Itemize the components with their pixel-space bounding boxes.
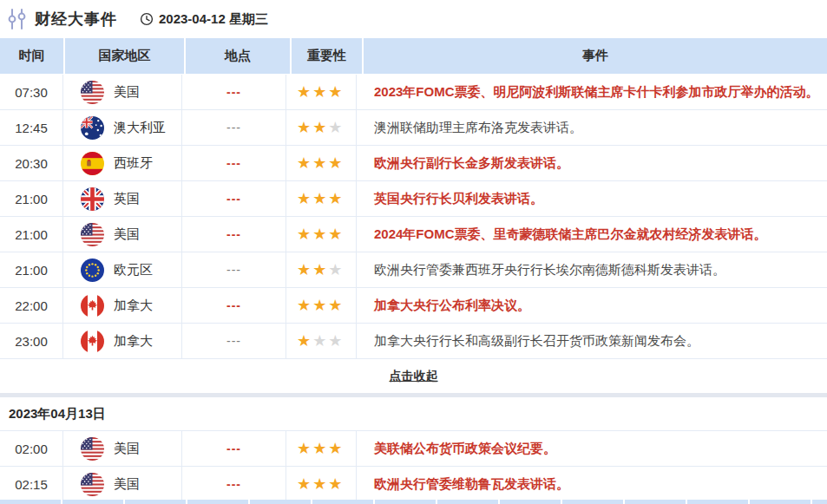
star-filled-icon: ★ [328,441,342,456]
country-label: 美国 [114,476,140,493]
star-filled-icon: ★ [312,476,326,492]
flag-us-icon [81,81,104,104]
flag-eu-icon [81,259,104,282]
event-time: 22:00 [0,288,63,323]
star-filled-icon: ★ [297,262,311,278]
table-row: 02:15 美国 --- ★★★ 欧洲央行管委维勒鲁瓦发表讲话。 [0,467,827,500]
country-cell: 美国 [63,467,182,500]
star-filled-icon: ★ [328,226,342,242]
star-filled-icon: ★ [312,191,326,206]
event-text: 澳洲联储助理主席布洛克发表讲话。 [357,110,827,145]
country-label: 英国 [114,191,140,207]
importance-stars: ★★★ [286,217,357,252]
event-time: 21:00 [0,252,63,287]
country-cell: 欧元区 [63,252,182,287]
country-cell: 澳大利亚 [63,110,182,145]
header-date: 2023-04-12 星期三 [159,11,268,28]
location-value: --- [182,75,286,109]
event-text: 加拿大央行行长和高级副行长召开货币政策新闻发布会。 [357,324,827,358]
star-empty-icon: ★ [312,333,326,349]
country-label: 加拿大 [114,333,153,350]
flag-us-icon [81,223,104,246]
location-value: --- [182,288,286,323]
table-row: 23:00 加拿大 --- ★★★ 加拿大央行行长和高级副行长召开货币政策新闻发… [0,324,827,359]
country-label: 澳大利亚 [114,120,166,136]
next-day-header: 2023年04月13日 [0,397,827,431]
importance-stars: ★★★ [286,431,357,466]
event-time: 21:00 [0,217,63,252]
col-header-importance: 重要性 [292,38,362,74]
flag-ca-icon [81,294,104,317]
star-filled-icon: ★ [297,441,311,456]
table-row: 21:00 英国 --- ★★★ 英国央行行长贝利发表讲话。 [0,181,827,217]
event-time: 12:45 [0,110,63,145]
star-filled-icon: ★ [328,84,342,100]
star-filled-icon: ★ [297,298,311,313]
importance-stars: ★★★ [286,110,357,145]
star-filled-icon: ★ [328,155,342,171]
importance-stars: ★★★ [286,146,357,180]
star-filled-icon: ★ [312,155,326,171]
star-filled-icon: ★ [312,84,326,100]
flag-au-icon [81,116,104,140]
location-value: --- [182,467,286,500]
event-time: 23:00 [0,324,63,358]
col-header-time: 时间 [0,38,63,74]
star-empty-icon: ★ [328,262,342,278]
event-text: 2024年FOMC票委、里奇蒙德联储主席巴尔金就农村经济发表讲话。 [357,217,827,252]
event-time: 02:15 [0,467,63,500]
table-row: 21:00 欧元区 --- ★★★ 欧洲央行管委兼西班牙央行行长埃尔南德斯德科斯… [0,252,827,288]
event-text: 欧洲央行管委兼西班牙央行行长埃尔南德斯德科斯发表讲话。 [357,252,827,287]
collapse-link[interactable]: 点击收起 [390,369,438,384]
location-value: --- [182,110,286,145]
star-filled-icon: ★ [312,298,326,313]
country-label: 欧元区 [114,262,153,278]
flag-gb-icon [81,187,104,211]
event-text: 2023年FOMC票委、明尼阿波利斯联储主席卡什卡利参加市政厅举办的活动。 [357,75,827,109]
star-filled-icon: ★ [328,298,342,313]
country-label: 西班牙 [114,155,153,172]
events-tbody-day1: 07:30 美国 --- ★★★ 2023年FOMC票委、明尼阿波利斯联储主席卡… [0,75,827,359]
event-time: 02:00 [0,431,63,466]
flag-ca-icon [81,330,104,353]
page-title: 财经大事件 [35,9,117,29]
table-row: 20:30 西班牙 --- ★★★ 欧洲央行副行长金多斯发表讲话。 [0,146,827,181]
country-label: 加拿大 [114,298,153,314]
country-label: 美国 [114,226,140,243]
table-row: 22:00 加拿大 --- ★★★ 加拿大央行公布利率决议。 [0,288,827,324]
star-filled-icon: ★ [312,441,326,456]
country-cell: 西班牙 [63,146,182,180]
events-tbody-day2: 02:00 美国 --- ★★★ 美联储公布货币政策会议纪要。 02:15 美国… [0,431,827,500]
col-header-location: 地点 [186,38,290,74]
table-row: 02:00 美国 --- ★★★ 美联储公布货币政策会议纪要。 [0,431,827,467]
col-header-country: 国家地区 [65,38,184,74]
country-cell: 英国 [63,181,182,216]
event-time: 20:30 [0,146,63,180]
importance-stars: ★★★ [286,75,357,109]
star-filled-icon: ★ [297,155,311,171]
location-value: --- [182,217,286,252]
star-filled-icon: ★ [328,476,342,492]
country-cell: 美国 [63,75,182,109]
event-text: 英国央行行长贝利发表讲话。 [357,181,827,216]
event-time: 21:00 [0,181,63,216]
col-header-event: 事件 [364,38,827,74]
importance-stars: ★★★ [286,324,357,358]
table-header: 时间 国家地区 地点 重要性 事件 [0,38,827,75]
event-text: 加拿大央行公布利率决议。 [357,288,827,323]
star-filled-icon: ★ [328,191,342,206]
star-filled-icon: ★ [312,226,326,242]
flag-us-icon [81,437,104,461]
star-empty-icon: ★ [328,333,342,349]
star-filled-icon: ★ [297,476,311,492]
country-cell: 加拿大 [63,324,182,358]
country-cell: 美国 [63,431,182,466]
importance-stars: ★★★ [286,288,357,323]
event-text: 欧洲央行副行长金多斯发表讲话。 [357,146,827,180]
flag-us-icon [81,473,104,496]
star-filled-icon: ★ [297,120,311,135]
event-time: 07:30 [0,75,63,109]
table-row: 07:30 美国 --- ★★★ 2023年FOMC票委、明尼阿波利斯联储主席卡… [0,75,827,110]
next-table-header-partial [0,500,827,504]
event-text: 美联储公布货币政策会议纪要。 [357,431,827,466]
